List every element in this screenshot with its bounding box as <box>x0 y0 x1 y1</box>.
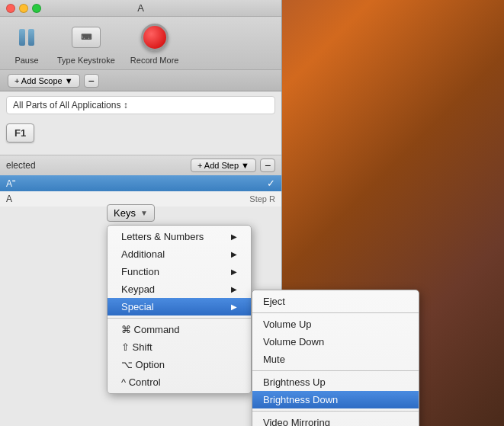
function-submenu-arrow: ▶ <box>231 267 237 276</box>
add-step-label: + Add Step ▼ <box>197 161 249 170</box>
minus-icon: − <box>88 75 95 86</box>
pause-icon-shape <box>19 29 34 46</box>
command-label: ⌘ Command <box>121 324 180 335</box>
submenu-brightness-down[interactable]: Brightness Down <box>252 391 419 408</box>
submenu-mute[interactable]: Mute <box>252 351 419 368</box>
menu-item-letters[interactable]: Letters & Numbers ▶ <box>108 228 251 245</box>
keystroke-icon: ⌨ <box>71 22 101 53</box>
pause-bar-left <box>19 29 25 46</box>
keypad-label: Keypad <box>121 283 155 295</box>
step-right-label: Step R <box>249 194 275 203</box>
control-label: ^ Control <box>121 376 161 388</box>
submenu-volume-up[interactable]: Volume Up <box>252 315 419 333</box>
submenu-sep3 <box>252 411 419 412</box>
brightness-down-label: Brightness Down <box>263 394 338 405</box>
selected-header: elected + Add Step ▼ − <box>0 155 281 175</box>
type-keystroke-button[interactable]: ⌨ Type Keystroke <box>57 22 115 65</box>
menu-item-keypad[interactable]: Keypad ▶ <box>108 280 251 298</box>
step-a-label: A <box>6 194 12 204</box>
selected-item-text: A" <box>6 178 15 189</box>
add-scope-button[interactable]: + Add Scope ▼ <box>8 74 80 88</box>
selected-item-row[interactable]: A" ✓ <box>0 175 281 191</box>
record-label: Record More <box>130 56 179 65</box>
menu-item-control[interactable]: ^ Control <box>108 373 251 391</box>
minimize-button[interactable] <box>19 4 28 13</box>
applications-dropdown[interactable]: All Parts of All Applications ↕ <box>6 96 275 114</box>
add-step-button[interactable]: + Add Step ▼ <box>191 159 256 172</box>
option-label: ⌥ Option <box>121 359 165 370</box>
pause-label: Pause <box>14 56 38 65</box>
f1-key-badge: F1 <box>6 123 34 143</box>
additional-label: Additional <box>121 248 165 260</box>
submenu-sep1 <box>252 312 419 313</box>
add-scope-label: + Add Scope ▼ <box>14 76 73 85</box>
keys-dropdown-arrow: ▼ <box>140 209 148 217</box>
keys-label: Keys <box>114 207 136 219</box>
minus-step-icon: − <box>265 160 271 171</box>
selected-section-label: elected <box>6 160 36 171</box>
submenu-video-mirroring[interactable]: Video Mirroring <box>252 414 419 426</box>
keys-dropdown-area: Keys ▼ <box>107 204 155 222</box>
record-icon-shape <box>141 24 169 51</box>
checkmark-icon: ✓ <box>267 178 275 189</box>
mute-label: Mute <box>263 354 285 365</box>
keypad-submenu-arrow: ▶ <box>231 285 237 293</box>
brightness-up-label: Brightness Up <box>263 376 326 388</box>
applications-label: All Parts of All Applications ↕ <box>13 100 128 111</box>
pause-button[interactable]: Pause <box>11 22 42 65</box>
keys-dropdown[interactable]: Keys ▼ <box>107 204 155 222</box>
menu-item-option[interactable]: ⌥ Option <box>108 356 251 373</box>
submenu-volume-down[interactable]: Volume Down <box>252 333 419 351</box>
menu-item-special[interactable]: Special ▶ <box>108 298 251 315</box>
additional-submenu-arrow: ▶ <box>231 250 237 258</box>
eject-label: Eject <box>263 296 285 307</box>
letters-label: Letters & Numbers <box>121 231 204 242</box>
scope-bar: + Add Scope ▼ − <box>0 70 281 91</box>
toolbar: Pause ⌨ Type Keystroke Record More <box>0 17 281 70</box>
shift-label: ⇧ Shift <box>121 341 152 353</box>
window-controls <box>6 4 41 13</box>
record-more-button[interactable]: Record More <box>130 22 179 65</box>
title-bar: A <box>0 0 281 17</box>
maximize-button[interactable] <box>32 4 41 13</box>
step-controls: + Add Step ▼ − <box>191 159 275 172</box>
pause-icon <box>11 22 42 53</box>
keystroke-icon-shape: ⌨ <box>72 27 101 48</box>
menu-separator <box>108 318 251 319</box>
function-label: Function <box>121 266 159 277</box>
letters-submenu-arrow: ▶ <box>231 232 237 241</box>
record-icon <box>140 22 170 53</box>
remove-step-button[interactable]: − <box>260 159 275 172</box>
keystroke-label: Type Keystroke <box>57 56 115 65</box>
f1-key-label: F1 <box>14 127 26 139</box>
menu-item-function[interactable]: Function ▶ <box>108 263 251 280</box>
menu-item-shift[interactable]: ⇧ Shift <box>108 338 251 356</box>
volume-down-label: Volume Down <box>263 336 324 348</box>
keys-dropdown-menu: Letters & Numbers ▶ Additional ▶ Functio… <box>107 225 252 394</box>
submenu-brightness-up[interactable]: Brightness Up <box>252 373 419 391</box>
remove-scope-button[interactable]: − <box>84 74 99 88</box>
video-mirroring-label: Video Mirroring <box>263 417 330 426</box>
menu-item-additional[interactable]: Additional ▶ <box>108 245 251 263</box>
close-button[interactable] <box>6 4 15 13</box>
special-label: Special <box>121 301 154 312</box>
volume-up-label: Volume Up <box>263 319 312 330</box>
selected-section: elected + Add Step ▼ − A" ✓ A Step R <box>0 155 281 207</box>
window-title: A <box>137 2 144 14</box>
special-submenu-arrow: ▶ <box>231 303 237 311</box>
submenu-eject[interactable]: Eject <box>252 293 419 310</box>
special-submenu: Eject Volume Up Volume Down Mute Brightn… <box>252 290 419 426</box>
pause-bar-right <box>28 29 34 46</box>
submenu-sep2 <box>252 370 419 371</box>
menu-item-command[interactable]: ⌘ Command <box>108 321 251 338</box>
